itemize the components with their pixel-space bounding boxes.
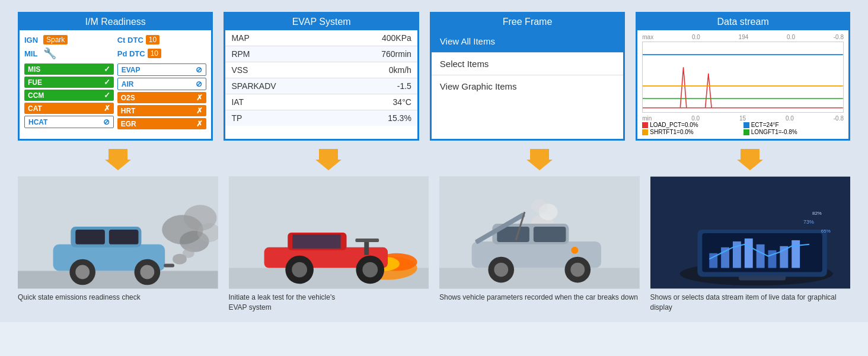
svg-rect-21 xyxy=(164,264,174,268)
ff-view-all[interactable]: View All Items xyxy=(432,30,623,53)
im-top-row-1: IGN Spark Ct DTC 10 xyxy=(24,35,206,44)
arrow-1 xyxy=(18,147,218,173)
ff-select-items-label: Select Items xyxy=(440,59,489,69)
map-label: MAP xyxy=(231,33,249,43)
status-hrt: HRT ✗ xyxy=(117,105,207,116)
iat-value: 34°C xyxy=(393,97,411,107)
chart-svg xyxy=(643,42,843,113)
chart-max-label: max xyxy=(642,34,653,40)
status-evap: EVAP ⊘ xyxy=(117,63,207,76)
illus-svg-4: 73% 65% 82% xyxy=(650,176,851,289)
svg-point-47 xyxy=(571,247,578,254)
svg-rect-44 xyxy=(534,227,566,242)
illus-col-4: 73% 65% 82% Shows or selects data stream… xyxy=(650,176,851,313)
svg-text:65%: 65% xyxy=(821,228,830,234)
illus-svg-3 xyxy=(439,176,640,289)
evap-icon: ⊘ xyxy=(196,65,202,74)
evap-row-map: MAP 400KPa xyxy=(225,30,417,46)
tp-value: 15.3% xyxy=(388,113,411,123)
ff-view-graphic[interactable]: View Graphic Items xyxy=(432,75,623,97)
top-row: I/M Readiness IGN Spark Ct DTC 10 xyxy=(18,12,850,141)
pd-dtc-value: 10 xyxy=(148,49,161,58)
status-fue: FUE ✓ xyxy=(24,77,114,88)
svg-marker-6 xyxy=(526,149,553,170)
svg-rect-59 xyxy=(744,239,752,268)
illus-box-2 xyxy=(229,176,429,289)
svg-point-20 xyxy=(140,265,154,279)
svg-rect-37 xyxy=(439,268,640,289)
legend-longft-label: LONGFT1=-0.8% xyxy=(751,129,797,135)
ign-value: Spark xyxy=(43,35,68,44)
mil-icon: 🔧 xyxy=(43,47,56,60)
status-egr: EGR ✗ xyxy=(117,118,207,129)
chart-area xyxy=(642,42,844,113)
svg-point-36 xyxy=(362,262,378,278)
evap-row-tp: TP 15.3% xyxy=(225,110,417,126)
legend-shrtft: SHRTFT1=0.0% xyxy=(642,129,742,135)
ds-content: max 0.0 194 0.0 -0.8 xyxy=(637,30,848,139)
arrow-icon-2 xyxy=(315,149,342,170)
svg-marker-7 xyxy=(737,149,763,170)
im-status-grid: MIS ✓ FUE ✓ CCM ✓ CAT ✗ xyxy=(24,63,206,129)
legend-longft-color xyxy=(743,129,749,135)
svg-point-40 xyxy=(531,199,548,213)
svg-point-23 xyxy=(183,249,194,258)
o2s-icon: ✗ xyxy=(196,93,203,102)
svg-rect-15 xyxy=(75,230,105,244)
chart-bot-v1: 0.0 xyxy=(691,115,700,122)
vss-value: 0km/h xyxy=(389,65,411,75)
legend-ect: ECT=24°F xyxy=(743,122,844,128)
svg-point-18 xyxy=(75,265,90,279)
ct-dtc-value: 10 xyxy=(146,35,159,44)
ff-select-items[interactable]: Select Items xyxy=(432,53,623,75)
im-ct-dtc: Ct DTC 10 xyxy=(117,35,207,44)
svg-rect-8 xyxy=(18,271,218,289)
illus-svg-1 xyxy=(18,176,218,289)
evap-status-label: EVAP xyxy=(122,66,141,74)
datastream-panel: Data stream max 0.0 194 0.0 -0.8 xyxy=(636,12,850,141)
vss-label: VSS xyxy=(231,65,248,75)
svg-marker-4 xyxy=(105,149,131,170)
ct-dtc-label: Ct DTC xyxy=(117,36,143,44)
legend-ect-label: ECT=24°F xyxy=(751,122,779,128)
chart-bot-v3: 0.0 xyxy=(786,115,794,122)
arrow-icon-1 xyxy=(105,149,131,170)
illus-col-2: Initiate a leak test for the vehicle'sEV… xyxy=(229,176,429,313)
legend-longft: LONGFT1=-0.8% xyxy=(743,129,844,135)
status-hcat: HCAT ⊘ xyxy=(24,116,114,128)
free-frame-title: Free Frame xyxy=(432,14,623,30)
status-air: AIR ⊘ xyxy=(117,78,207,90)
mil-label: MIL xyxy=(24,49,41,58)
legend-load-pct: LOAD_PCT=0.0% xyxy=(642,122,742,128)
caption-2: Initiate a leak test for the vehicle'sEV… xyxy=(229,293,429,313)
svg-point-51 xyxy=(570,263,585,277)
rpm-label: RPM xyxy=(231,49,250,59)
svg-marker-5 xyxy=(315,149,342,170)
fue-icon: ✓ xyxy=(104,78,110,87)
im-left-col: MIS ✓ FUE ✓ CCM ✓ CAT ✗ xyxy=(24,63,114,129)
svg-rect-67 xyxy=(738,275,785,280)
iat-label: IAT xyxy=(231,97,244,107)
svg-text:82%: 82% xyxy=(812,211,821,216)
air-icon: ⊘ xyxy=(196,80,202,88)
svg-rect-16 xyxy=(109,230,139,244)
air-label: AIR xyxy=(122,80,134,88)
im-mil: MIL 🔧 xyxy=(24,47,114,60)
evap-panel: EVAP System MAP 400KPa RPM 760rmin VSS 0… xyxy=(224,12,419,141)
svg-rect-61 xyxy=(768,250,776,268)
ccm-icon: ✓ xyxy=(104,91,110,100)
ds-legend: LOAD_PCT=0.0% ECT=24°F SHRTFT1=0.0% LONG… xyxy=(642,122,844,135)
im-ign: IGN Spark xyxy=(24,35,114,44)
hcat-icon: ⊘ xyxy=(103,117,110,126)
illus-svg-2 xyxy=(229,176,429,289)
svg-rect-60 xyxy=(756,244,764,268)
chart-top-v4: -0.8 xyxy=(834,34,844,40)
arrow-4 xyxy=(650,147,851,173)
legend-ect-color xyxy=(743,122,749,128)
hrt-label: HRT xyxy=(121,107,136,115)
im-top-row-2: MIL 🔧 Pd DTC 10 xyxy=(24,47,206,60)
arrow-icon-4 xyxy=(737,149,763,170)
evap-row-iat: IAT 34°C xyxy=(225,94,417,110)
cat-icon: ✗ xyxy=(104,104,110,113)
chart-top-v2: 194 xyxy=(739,34,749,40)
